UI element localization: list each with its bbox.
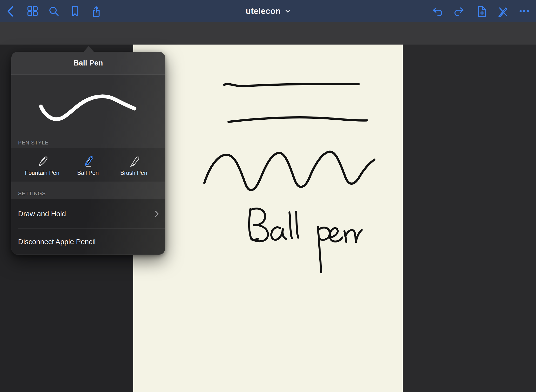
draw-and-hold-row[interactable]: Draw and Hold <box>11 199 165 229</box>
title-chevron-down-icon <box>285 9 290 13</box>
add-page-icon <box>475 5 487 17</box>
brush-pen-icon <box>126 154 141 169</box>
top-navigation-bar: utelecon <box>0 0 536 22</box>
ball-pen-icon <box>80 154 95 169</box>
popover-title: Ball Pen <box>74 59 103 67</box>
share-button[interactable] <box>89 4 104 19</box>
stop-editing-button[interactable] <box>495 4 510 19</box>
pen-settings-popover: Ball Pen PEN STYLE Fountain Pen Ball Pen… <box>11 52 165 255</box>
add-page-button[interactable] <box>473 4 488 19</box>
pen-style-ball-pen-selected[interactable]: Ball Pen <box>65 148 111 182</box>
canvas-surround-right <box>403 45 536 392</box>
bookmark-icon <box>69 5 81 17</box>
bookmark-button[interactable] <box>67 4 82 19</box>
search-button[interactable] <box>46 4 61 19</box>
popover-arrow <box>83 46 94 52</box>
redo-icon <box>453 5 465 17</box>
settings-section-header: SETTINGS <box>11 182 165 199</box>
more-button[interactable] <box>517 4 532 19</box>
undo-button[interactable] <box>430 4 445 19</box>
preview-wave-icon <box>11 75 165 136</box>
settings-label: SETTINGS <box>18 190 46 197</box>
disconnect-apple-pencil-row[interactable]: Disconnect Apple Pencil <box>11 229 165 255</box>
more-ellipsis-icon <box>518 5 530 17</box>
topbar-right-group <box>430 0 532 22</box>
ink-strokes <box>133 45 403 392</box>
disconnect-apple-pencil-label: Disconnect Apple Pencil <box>18 238 159 246</box>
stroke-wavy-line <box>204 152 374 190</box>
back-button[interactable] <box>4 4 19 19</box>
handwriting-ball-pen <box>249 209 362 272</box>
stroke-horizontal-line-2 <box>228 118 367 122</box>
pen-stroke-preview <box>11 75 165 136</box>
grid-icon <box>26 5 39 17</box>
popover-header: Ball Pen <box>11 52 165 75</box>
fountain-pen-icon <box>35 154 50 169</box>
pen-style-label-text: Brush Pen <box>120 170 147 176</box>
undo-icon <box>431 5 444 17</box>
pen-style-label-text: Fountain Pen <box>25 170 60 176</box>
pen-style-fountain-pen[interactable]: Fountain Pen <box>19 148 65 182</box>
crossed-pen-icon <box>496 5 509 17</box>
draw-and-hold-label: Draw and Hold <box>18 210 155 218</box>
pen-style-label-text: Ball Pen <box>77 170 99 176</box>
pen-style-options: Fountain Pen Ball Pen Brush Pen <box>11 148 165 182</box>
drawing-toolbar <box>0 22 536 45</box>
topbar-left-group <box>4 0 104 22</box>
settings-row-divider <box>11 229 165 229</box>
disclosure-chevron-icon <box>155 210 159 217</box>
share-icon <box>90 5 102 17</box>
redo-button[interactable] <box>452 4 467 19</box>
page-thumbnails-button[interactable] <box>25 4 40 19</box>
pen-style-label: PEN STYLE <box>18 140 48 146</box>
notebook-page-canvas[interactable] <box>133 45 403 392</box>
pen-style-brush-pen[interactable]: Brush Pen <box>111 148 157 182</box>
search-icon <box>47 5 60 17</box>
back-chevron-icon <box>5 5 18 17</box>
stroke-horizontal-line-1 <box>224 84 359 86</box>
document-title[interactable]: utelecon <box>246 6 281 16</box>
pen-style-section-header: PEN STYLE <box>11 136 165 148</box>
